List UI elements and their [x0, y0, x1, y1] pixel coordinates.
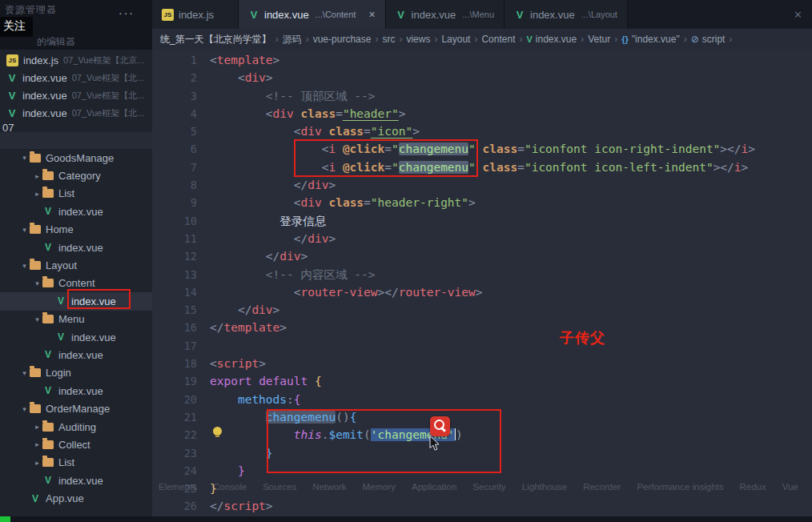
open-editor-item[interactable]: JSindex.js07_Vue框架【北京... [0, 51, 152, 69]
code-line[interactable]: 7 <i @click="changemenu" class="iconfont… [152, 159, 812, 176]
tree-item-Menu[interactable]: ▾Menu [0, 311, 152, 328]
chevron-down-icon: ▾ [19, 369, 30, 377]
lightbulb-icon[interactable] [213, 427, 222, 436]
code-line[interactable]: 26</script> [152, 497, 812, 515]
line-number: 5 [152, 122, 210, 140]
code-token: < [210, 357, 217, 370]
code-line[interactable]: 5 <div class="icon"> [152, 122, 812, 140]
file-tree: ▾GoodsManage▸Category▸ListVindex.vue▾Hom… [0, 149, 152, 508]
breadcrumb-label: views [406, 34, 430, 45]
open-editor-item[interactable]: Vindex.vue07_Vue框架【北... [0, 104, 152, 122]
chevron-right-icon: › [519, 34, 522, 45]
tree-item-List[interactable]: ▸List [0, 185, 152, 203]
breadcrumb-item[interactable]: src [382, 34, 395, 45]
code-line[interactable]: 14 <router-view></router-view> [152, 283, 812, 301]
breadcrumb-item[interactable]: Content [481, 34, 515, 45]
tab-index.js[interactable]: JSindex.js [152, 0, 239, 29]
code-line[interactable]: 15 </div> [152, 301, 812, 319]
code-editor[interactable]: 1<template>2 <div>3 <!-- 顶部区域 -->4 <div … [152, 50, 812, 516]
tree-item-Auditing[interactable]: ▸Auditing [0, 418, 152, 436]
follow-badge[interactable]: 关注 [0, 17, 33, 37]
code-token: < [294, 125, 301, 138]
tab-index.vue[interactable]: Vindex.vue...\Menu [386, 0, 504, 29]
breadcrumb-item[interactable]: Vindex.vue [526, 34, 577, 45]
code-line[interactable]: 17 [152, 337, 812, 355]
tree-item-label: OrderManage [46, 403, 110, 415]
window-close-icon[interactable]: ✕ [784, 9, 812, 21]
tree-item-label: index.vue [58, 206, 103, 218]
code-line[interactable]: 24 } [152, 462, 812, 480]
open-editor-item[interactable]: Vindex.vue07_Vue框架【北... [0, 86, 152, 104]
code-line[interactable]: 11 </div> [152, 230, 812, 247]
breadcrumb-label: index.vue [536, 34, 577, 45]
code-line[interactable]: 2 <div> [152, 69, 812, 86]
line-number: 20 [152, 391, 210, 408]
tree-item-List[interactable]: ▸List [0, 454, 152, 472]
breadcrumb-item[interactable]: Vetur [588, 34, 610, 45]
tree-item-index.vue[interactable]: Vindex.vue [0, 328, 152, 346]
breadcrumb: 统_第一天【北京尚学堂】›源码›vue-purchase›src›views›L… [152, 29, 812, 50]
tree-item-index.vue[interactable]: Vindex.vue [0, 292, 152, 310]
tab-index.vue[interactable]: Vindex.vue...\Layout [504, 0, 628, 29]
code-token [251, 375, 259, 387]
code-line[interactable]: 10 登录信息 [152, 212, 812, 230]
tree-item-OrderManage[interactable]: ▾OrderManage [0, 400, 152, 417]
more-actions-icon[interactable]: ··· [119, 6, 135, 19]
tree-item-Content[interactable]: ▾Content [0, 275, 152, 292]
folder-icon [42, 189, 54, 198]
tab-index.vue[interactable]: Vindex.vue...\Content× [239, 0, 386, 29]
tree-item-Category[interactable]: ▸Category [0, 167, 152, 184]
code-line[interactable]: 1<template> [152, 51, 812, 69]
code-line[interactable]: 4 <div class="header"> [152, 105, 812, 122]
code-token: div [308, 179, 328, 191]
code-token: > [301, 250, 308, 263]
code-line[interactable]: 19export default { [152, 372, 812, 390]
tree-item-index.vue[interactable]: Vindex.vue [0, 472, 152, 489]
code-line[interactable]: 20 methods:{ [152, 391, 812, 408]
code-line[interactable]: 6 <i @click="changemenu" class="iconfont… [152, 140, 812, 158]
tree-item-label: index.vue [71, 331, 116, 343]
breadcrumb-item[interactable]: vue-purchase [313, 34, 372, 45]
tree-item-Home[interactable]: ▾Home [0, 221, 152, 239]
tree-item-Login[interactable]: ▾Login [0, 364, 152, 382]
chevron-down-icon: ▾ [19, 154, 30, 162]
close-icon[interactable]: × [368, 9, 375, 20]
breadcrumb-item[interactable]: {}"index.vue" [621, 34, 679, 45]
tree-item-index.vue[interactable]: Vindex.vue [0, 346, 152, 363]
tree-item-GoodsManage[interactable]: ▾GoodsManage [0, 149, 152, 167]
breadcrumb-item[interactable]: ⊘script [691, 34, 726, 45]
code-line[interactable]: 16</template> [152, 319, 812, 336]
tree-item-index.vue[interactable]: Vindex.vue [0, 382, 152, 400]
code-token: } [266, 447, 273, 460]
breadcrumb-item[interactable]: 源码 [283, 33, 302, 46]
open-editor-item[interactable]: Vindex.vue07_Vue框架【北... [0, 69, 152, 86]
vscode-window: 资源管理器 ··· 关注 的编辑器 JSindex.jsVindex.vue..… [0, 0, 812, 522]
code-token: div [308, 232, 328, 245]
tree-item-Layout[interactable]: ▾Layout [0, 256, 152, 274]
code-line[interactable]: 9 <div class="header-right"> [152, 194, 812, 211]
code-line[interactable]: 12 </div> [152, 247, 812, 265]
breadcrumb-item[interactable]: 统_第一天【北京尚学堂】 [160, 33, 271, 46]
file-path-detail: 07_Vue框架【北... [72, 72, 145, 84]
code-line[interactable]: 22 this.$emit('changemenu') [152, 426, 812, 444]
tree-item-App.vue[interactable]: VApp.vue [0, 489, 152, 507]
breadcrumb-item[interactable]: views [406, 34, 430, 45]
code-line[interactable]: 21 changemenu(){ [152, 408, 812, 426]
tree-item-index.vue[interactable]: Vindex.vue [0, 203, 152, 220]
code-line[interactable]: 23 } [152, 444, 812, 462]
chevron-down-icon: ▾ [19, 405, 30, 413]
code-token: this [294, 428, 322, 441]
breadcrumb-item[interactable]: Layout [441, 34, 470, 45]
code-line[interactable]: 8 </div> [152, 176, 812, 194]
code-token: " [392, 161, 399, 174]
code-line[interactable]: 13 <!-- 内容区域 --> [152, 266, 812, 283]
code-line[interactable]: 18<script> [152, 355, 812, 372]
tree-item-label: index.vue [71, 295, 116, 307]
code-token: </ [266, 250, 279, 263]
code-token: { [350, 411, 357, 424]
tree-item-Collect[interactable]: ▸Collect [0, 436, 152, 453]
code-line[interactable]: 3 <!-- 顶部区域 --> [152, 87, 812, 105]
folder-icon [30, 261, 41, 270]
chevron-right-icon: ▸ [32, 459, 42, 467]
tree-item-index.vue[interactable]: Vindex.vue [0, 239, 152, 256]
